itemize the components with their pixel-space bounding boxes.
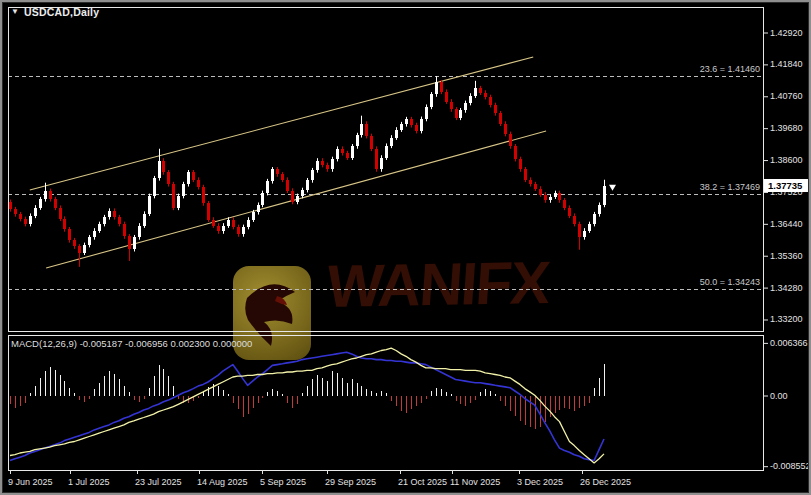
time-axis-label: 11 Nov 2025 — [450, 477, 500, 487]
time-axis-label: 9 Jun 2025 — [8, 477, 53, 487]
time-axis-label: 21 Oct 2025 — [398, 477, 447, 487]
macd-line — [10, 352, 604, 460]
macd-axis-label: 0.006366 — [770, 338, 808, 348]
price-axis-label: 1.38600 — [770, 155, 803, 165]
main-pane-border — [9, 8, 764, 332]
macd-line-layer — [10, 352, 604, 460]
symbol-dropdown-icon[interactable]: ▼ — [11, 8, 19, 16]
time-axis-label: 5 Sep 2025 — [260, 477, 306, 487]
chart-canvas[interactable] — [0, 0, 811, 495]
current-price-tag: 1.37735 — [764, 179, 811, 192]
axis-ticks-layer — [11, 33, 769, 474]
price-axis-label: 1.41840 — [770, 59, 803, 69]
time-axis-label: 14 Aug 2025 — [197, 477, 248, 487]
price-axis-label: 1.40760 — [770, 91, 803, 101]
signal-line — [10, 348, 604, 463]
channel-trendlines-layer[interactable] — [30, 57, 546, 268]
price-axis-label: 1.33200 — [770, 314, 803, 324]
symbol-title: USDCAD,Daily — [24, 6, 99, 18]
chart-window[interactable]: WANIFX ▼ USDCAD,Daily MACD(12,26,9) -0.0… — [0, 0, 811, 495]
fib-levels-layer[interactable] — [8, 77, 763, 290]
price-axis-label: 1.35360 — [770, 251, 803, 261]
macd-histogram-layer — [11, 364, 605, 429]
marker-layer — [609, 185, 616, 191]
price-axis-label: 1.42920 — [770, 28, 803, 38]
time-axis-label: 23 Jul 2025 — [135, 477, 182, 487]
price-axis-label: 1.34280 — [770, 283, 803, 293]
fib-label-50.0[interactable]: 50.0 = 1.34243 — [700, 277, 760, 287]
macd-axis-label: -0.008552 — [770, 461, 811, 471]
fib-label-38.2[interactable]: 38.2 = 1.37469 — [700, 182, 760, 192]
macd-indicator-label: MACD(12,26,9) -0.005187 -0.006956 0.0023… — [11, 338, 252, 349]
price-axis-label: 1.39680 — [770, 123, 803, 133]
fib-label-23.6[interactable]: 23.6 = 1.41460 — [700, 64, 760, 74]
macd-pane-border — [9, 336, 764, 471]
macd-axis-label: 0.00 — [770, 391, 788, 401]
last-bar-marker — [609, 185, 616, 191]
time-axis-label: 26 Dec 2025 — [580, 477, 631, 487]
time-axis-label: 1 Jul 2025 — [68, 477, 110, 487]
price-axis-label: 1.36440 — [770, 219, 803, 229]
time-axis-label: 29 Sep 2025 — [325, 477, 376, 487]
symbol-title-bar[interactable]: ▼ USDCAD,Daily — [11, 6, 99, 18]
signal-line-layer — [10, 348, 604, 463]
time-axis-label: 3 Dec 2025 — [517, 477, 563, 487]
